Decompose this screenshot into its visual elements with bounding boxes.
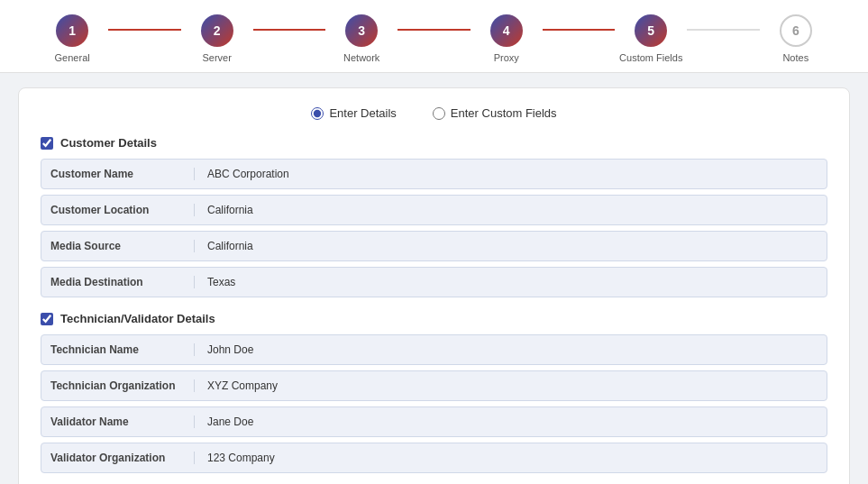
technician-section-header: Technician/Validator Details <box>41 312 827 325</box>
customer-location-value: California <box>195 204 253 216</box>
step-1[interactable]: 1 General <box>36 14 108 63</box>
media-destination-row: Media Destination Texas <box>41 267 827 297</box>
main-content: Enter Details Enter Custom Fields Custom… <box>0 73 868 484</box>
card: Enter Details Enter Custom Fields Custom… <box>18 87 850 484</box>
validator-name-row: Validator Name Jane Doe <box>41 406 827 437</box>
step-circle-3: 3 <box>345 14 378 47</box>
step-label-1: General <box>55 52 90 63</box>
radio-enter-details-input[interactable] <box>311 107 324 120</box>
step-circle-2: 2 <box>201 14 233 47</box>
customer-location-label: Customer Location <box>50 204 195 216</box>
media-source-row: Media Source California <box>41 231 827 261</box>
validator-name-value: Jane Doe <box>195 416 253 428</box>
customer-location-row: Customer Location California <box>41 195 827 225</box>
validator-org-value: 123 Company <box>195 452 275 464</box>
customer-section-checkbox[interactable] <box>41 137 53 150</box>
customer-section: Customer Details Customer Name ABC Corpo… <box>41 136 827 297</box>
radio-enter-custom-fields[interactable]: Enter Custom Fields <box>433 106 557 120</box>
step-label-5: Custom Fields <box>619 52 682 63</box>
step-line-3 <box>397 29 470 31</box>
validator-name-label: Validator Name <box>50 416 195 428</box>
radio-group: Enter Details Enter Custom Fields <box>41 106 827 120</box>
media-destination-label: Media Destination <box>50 276 195 288</box>
technician-name-row: Technician Name John Doe <box>41 334 827 365</box>
step-2[interactable]: 2 Server <box>181 14 253 63</box>
technician-section-checkbox[interactable] <box>41 313 53 325</box>
radio-enter-custom-fields-input[interactable] <box>433 107 445 120</box>
step-line-4 <box>543 29 615 31</box>
radio-enter-details-label: Enter Details <box>329 106 396 120</box>
step-4[interactable]: 4 Proxy <box>471 14 543 63</box>
media-source-value: California <box>195 240 253 252</box>
step-circle-5: 5 <box>635 14 667 47</box>
step-label-2: Server <box>202 52 231 63</box>
step-line-2 <box>253 29 325 31</box>
radio-enter-custom-fields-label: Enter Custom Fields <box>451 106 557 120</box>
technician-name-label: Technician Name <box>50 343 195 356</box>
step-line-5 <box>687 29 759 31</box>
step-label-3: Network <box>343 52 379 63</box>
media-source-label: Media Source <box>50 240 195 252</box>
technician-name-value: John Doe <box>195 343 253 356</box>
radio-enter-details[interactable]: Enter Details <box>311 106 396 120</box>
customer-section-title: Customer Details <box>60 136 157 150</box>
media-destination-value: Texas <box>195 276 235 288</box>
customer-name-value: ABC Corporation <box>195 168 289 180</box>
step-6[interactable]: 6 Notes <box>760 14 832 63</box>
step-line-1 <box>108 29 180 31</box>
step-circle-4: 4 <box>490 14 523 47</box>
customer-name-label: Customer Name <box>50 168 195 180</box>
stepper-container: 1 General 2 Server 3 Network 4 Proxy 5 C… <box>0 0 868 73</box>
technician-org-value: XYZ Company <box>195 379 278 392</box>
technician-section: Technician/Validator Details Technician … <box>41 312 827 473</box>
technician-section-title: Technician/Validator Details <box>60 312 215 325</box>
customer-name-row: Customer Name ABC Corporation <box>41 159 827 189</box>
step-5[interactable]: 5 Custom Fields <box>615 14 687 63</box>
customer-section-header: Customer Details <box>41 136 827 150</box>
step-label-4: Proxy <box>494 52 519 63</box>
step-label-6: Notes <box>782 52 809 63</box>
technician-org-label: Technician Organization <box>50 379 195 392</box>
stepper: 1 General 2 Server 3 Network 4 Proxy 5 C… <box>36 14 832 63</box>
step-circle-1: 1 <box>56 14 88 47</box>
technician-org-row: Technician Organization XYZ Company <box>41 370 827 401</box>
step-3[interactable]: 3 Network <box>325 14 397 63</box>
validator-org-row: Validator Organization 123 Company <box>41 443 827 473</box>
validator-org-label: Validator Organization <box>50 452 195 464</box>
step-circle-6: 6 <box>780 14 812 47</box>
